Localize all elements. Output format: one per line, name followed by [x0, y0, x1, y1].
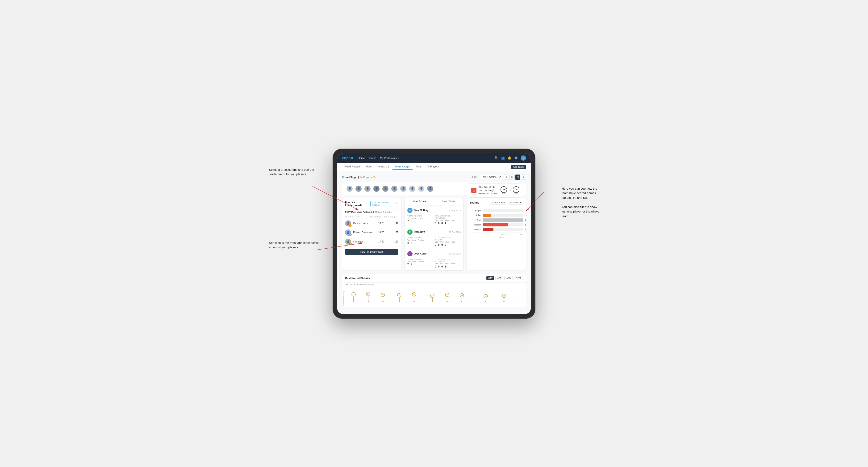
leaderboard-filter[interactable]: PUTT Must Make Putting... ▾: [370, 201, 398, 207]
scoring-filter-par[interactable]: Par 3, 4 & 5s ▾: [489, 201, 506, 205]
player-avatar-3[interactable]: 👤: [364, 185, 371, 192]
scoring-filter-players[interactable]: All Players ▾: [508, 201, 523, 205]
three-col-section: Practice Leaderboards PUTT Must Make Put…: [342, 198, 526, 271]
timeline-baseline: [347, 303, 521, 303]
streaks-filters: OTT APP ARG PUTT: [486, 276, 523, 280]
lb-avg-1: 110: [389, 222, 398, 224]
lb-avatar-2: 👤 2: [345, 229, 351, 236]
streaks-filter-app[interactable]: APP: [495, 276, 503, 280]
bar-row-pars: Pars 499: [470, 218, 523, 222]
annotation-bottom-left: See who is the most and least active amo…: [269, 241, 321, 250]
pa-activities-1: Total Practice Activities OTTAPPARGPUTT …: [435, 215, 461, 224]
player-activity-1: B Blair McHarg 26 Aug 2023 Total Rounds …: [404, 206, 464, 227]
timeline-node-3: 6x: [381, 293, 385, 302]
edit-icon[interactable]: ✏️: [373, 176, 376, 178]
player-avatar-10[interactable]: 👤: [427, 185, 434, 192]
pa-header-3: J Josh Coles 26 Aug 2023: [407, 251, 461, 256]
timeline-node-6: 4x: [430, 294, 434, 302]
view-card-btn[interactable]: ⊟: [515, 175, 520, 180]
users-icon[interactable]: 👥: [501, 156, 505, 160]
leaderboard-subtitle: PUTT Must Make Putting (3-6 ft), Last 3 …: [342, 210, 401, 215]
bell-icon[interactable]: 🔔: [507, 156, 512, 160]
view-grid-btn[interactable]: ⊞: [504, 175, 509, 180]
pa-avatar-2: R: [407, 229, 412, 235]
pa-name-2: Rees Britt: [414, 231, 447, 233]
lb-name-3: Cameron...: [353, 240, 373, 243]
chart-x-label: Total Shots: [470, 236, 523, 239]
scoring-header: Scoring Par 3, 4 & 5s ▾ All Players ▾: [467, 198, 526, 207]
nav-home[interactable]: Home: [358, 156, 365, 160]
player-avatar-1[interactable]: 👤: [346, 185, 353, 192]
timeline-node-8: 4x: [460, 293, 464, 302]
tab-least-active[interactable]: Least Active: [434, 198, 464, 205]
view-list-btn[interactable]: ▤: [509, 175, 515, 180]
view-full-leaderboard-btn[interactable]: View Full Leaderboard: [345, 249, 398, 255]
timeline-y-label: % Fairway Accuracy: [343, 291, 344, 306]
nav-performance[interactable]: My Performance: [380, 156, 399, 160]
streaks-card: Best Round Streaks OTT APP ARG PUTT Off …: [342, 274, 526, 308]
player-avatar-9[interactable]: 👤: [418, 185, 425, 192]
player-avatar-4[interactable]: 👤: [373, 185, 380, 192]
tab-hcaps[interactable]: Hcaps 1-5: [375, 164, 392, 170]
lb-row-3[interactable]: 👤 3 Cameron... 17/20 103: [342, 237, 401, 247]
team-header: Team Clippd | 14 Players ✏️ Show: Last 3…: [342, 175, 526, 180]
annotation-top-right: Here you can see how the team have score…: [562, 186, 599, 219]
tab-most-active[interactable]: Most Active: [404, 198, 434, 205]
lb-avg-3: 103: [389, 240, 398, 243]
player-avatar-5[interactable]: 👤: [382, 185, 389, 192]
tab-pga[interactable]: PGA: [364, 164, 374, 170]
user-avatar[interactable]: U: [521, 155, 526, 161]
timeline-node-1: 7x: [351, 292, 356, 302]
dist-label-2: yds: [513, 193, 519, 195]
bar-row-eagles: Eagles 3: [470, 209, 523, 212]
shot-end-lie: End Lie: In The Hole: [479, 192, 498, 195]
player-avatar-8[interactable]: 👤: [409, 185, 416, 192]
practice-leaderboards-card: Practice Leaderboards PUTT Must Make Put…: [342, 198, 401, 271]
lb-table-header: PLAYER NAME PB SCORE PB AVG SQ: [342, 215, 401, 219]
lb-row-1[interactable]: 👤 1 Richard Butler 19/20 110: [342, 219, 401, 228]
player-avatar-2[interactable]: 👤: [355, 185, 362, 192]
tab-pgat[interactable]: PGAT Players: [342, 164, 363, 170]
tablet-screen: clippd Home Teams My Performance 🔍 👥 🔔 ⚙…: [337, 153, 531, 314]
tab-all-players[interactable]: All Players: [424, 164, 441, 170]
lb-avatar-3: 👤 3: [345, 239, 351, 245]
team-title: Team Clippd | 14 Players: [342, 176, 372, 179]
timeline-node-2: 6x: [366, 292, 370, 302]
settings-icon[interactable]: ⚙️: [514, 156, 518, 160]
pa-header-1: B Blair McHarg 26 Aug 2023: [407, 208, 461, 213]
bar-fill-bogeys: [483, 223, 508, 226]
bar-track-birdies: 96: [483, 214, 523, 217]
player-avatar-6[interactable]: 👤: [391, 185, 398, 192]
tab-tour[interactable]: Tour: [413, 164, 423, 170]
player-avatar-7[interactable]: 👤: [400, 185, 407, 192]
streaks-subtitle: Off The Tee, Fairway Accuracy: [342, 283, 526, 286]
nav-teams[interactable]: Teams: [369, 156, 376, 160]
bar-track-pars: 499: [483, 218, 523, 222]
add-team-button[interactable]: Add Team: [511, 165, 526, 169]
players-row: 👤 👤 👤 👤 👤 👤 👤 👤 👤 👤 Players 198: [342, 182, 526, 195]
view-icons: ⊞ ▤ ⊟ ⇅: [504, 175, 526, 180]
scoring-bar-chart: Eagles 3 Birdies: [467, 207, 526, 239]
bar-val-pars: 499: [525, 219, 526, 221]
tab-team-clippd[interactable]: Team Clippd: [393, 164, 412, 170]
lb-row-2[interactable]: 👤 2 Edward Crossman 18/20 107: [342, 228, 401, 237]
bar-fill-eagles: [483, 209, 483, 212]
streaks-filter-arg[interactable]: ARG: [504, 276, 513, 280]
shot-badge-number: 198: [472, 189, 475, 190]
show-label: Show:: [470, 176, 477, 178]
pa-rounds-1: Total Rounds TournamentPractice 7 6: [407, 215, 433, 224]
bar-row-birdies: Birdies 96: [470, 214, 523, 217]
scoring-title: Scoring: [470, 201, 479, 204]
streaks-filter-putt[interactable]: PUTT: [514, 276, 523, 280]
shot-badge-unit: SC: [472, 190, 475, 192]
streaks-filter-ott[interactable]: OTT: [486, 276, 494, 280]
search-icon[interactable]: 🔍: [494, 156, 498, 160]
nav-logo: clippd: [342, 156, 353, 160]
shot-info: Shot Dist: 16 yds Start Lie: Rough End L…: [479, 185, 498, 195]
view-sort-btn[interactable]: ⇅: [521, 175, 526, 180]
nav-icons: 🔍 👥 🔔 ⚙️ U: [494, 155, 526, 161]
shot-distances: 16 yds → 0 yds: [500, 186, 519, 195]
pa-name-3: Josh Coles: [414, 252, 447, 255]
show-select[interactable]: Last 3 months Last month Last 6 months: [479, 175, 502, 179]
timeline-container: % Fairway Accuracy 7x 6x: [342, 286, 526, 308]
